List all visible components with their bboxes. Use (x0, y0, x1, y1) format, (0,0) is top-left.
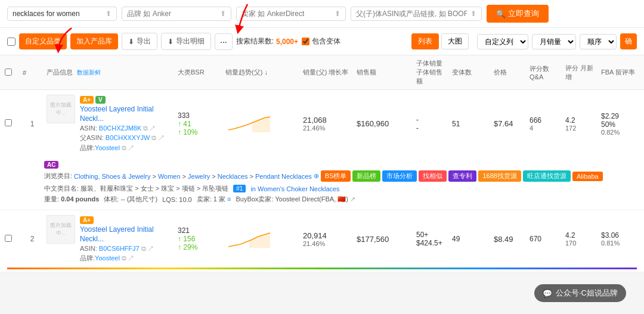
tag-market-button[interactable]: 市场分析 (382, 170, 417, 182)
view-list-button[interactable]: 列表 (411, 33, 439, 49)
th-sales[interactable]: 销量(父) 增长率 (301, 68, 354, 77)
tag-alibaba-button[interactable]: Alibaba (572, 172, 603, 181)
keyword-upload-icon: ⬆ (106, 10, 112, 18)
order-select[interactable]: 顺序 (580, 34, 617, 49)
row1-aplus-badge: A+ (80, 96, 94, 104)
row2-checkbox[interactable] (2, 235, 20, 244)
tag-wangdian-button[interactable]: 旺店通找货源 (523, 170, 571, 182)
row1-trend-chart (223, 112, 301, 135)
row1-parent-open-icon[interactable]: ↗ (159, 134, 164, 141)
th-revenue: 销售额 (354, 68, 414, 77)
breadcrumb-jewelry[interactable]: Jewelry (188, 173, 210, 180)
export-button[interactable]: ⬇ 导出 (122, 33, 157, 50)
row1-checkbox[interactable] (2, 119, 20, 128)
category-rank-link[interactable]: in Women's Choker Necklaces (250, 185, 339, 192)
row2-trend-chart (223, 228, 301, 251)
browse-prefix: 浏览类目: (44, 172, 72, 181)
tag-1688-button[interactable]: 1688找货源 (478, 170, 521, 182)
row1-product-image: 图片加载中... (47, 95, 75, 123)
breadcrumb-women[interactable]: Women (158, 173, 181, 180)
row2-brand-open-icon[interactable]: ↗ (128, 254, 134, 262)
view-list-label: 列表 (418, 37, 432, 45)
custom-col-select[interactable]: 自定义列 (477, 34, 528, 49)
tag-new-button[interactable]: 新品榜 (352, 170, 380, 182)
row2-fba: $3.06 0.81% (599, 231, 644, 247)
row2-product-info: 图片加载中... A+ Yoosteel Layered Initial Nec… (44, 215, 175, 263)
seller-icon[interactable]: ≡ (227, 195, 231, 203)
tag-patent-button[interactable]: 查专利 (448, 170, 476, 182)
search-btn-label: 立即查询 (508, 8, 539, 19)
export-icon: ⬇ (128, 38, 134, 46)
asin-upload-icon: ⬆ (470, 10, 476, 18)
confirm-label: 确 (625, 37, 632, 45)
product-row-2-main: 2 图片加载中... A+ Yoosteel Layered Initial N… (0, 210, 644, 268)
sellers-info: 卖家: 1 家 ≡ (197, 195, 231, 204)
breadcrumb-pendant[interactable]: Pendant Necklaces (255, 173, 312, 180)
row1-parent-copy-icon[interactable]: ⧉ (151, 134, 156, 141)
row1-meta: 中文类目名: 服装、鞋履和珠宝 > 女士 > 珠宝 > 项链 > 吊坠项链 #1… (44, 184, 637, 193)
export-detail-button[interactable]: ⬇ 导出明细 (161, 33, 211, 50)
th-num: # (20, 69, 44, 76)
row1-v-badge: V (95, 96, 106, 104)
th-bsr[interactable]: 大类BSR (175, 68, 223, 77)
row1-title[interactable]: Yoosteel Layered Initial Neckl... (80, 105, 173, 123)
row2-brand-copy-icon[interactable]: ⧉ (122, 254, 126, 262)
row1-asin: ASIN: B0CHXZJM8K ⧉ ↗ (80, 125, 173, 132)
seller-upload-icon: ⬆ (335, 10, 340, 18)
row2-title[interactable]: Yoosteel Layered Initial Neckl... (80, 225, 173, 244)
monthly-sales-select[interactable]: 月销量 (532, 34, 576, 49)
tag-similar-button[interactable]: 找相似 (419, 170, 447, 182)
row1-child-sales: - - (414, 116, 450, 132)
custom-category-label: 自定义品类 (25, 37, 61, 45)
lqs-info: LQS: 10.0 (162, 196, 192, 203)
th-checkbox (2, 69, 20, 77)
th-trend[interactable]: 销量趋势(父) ↓ (223, 68, 301, 77)
seller-input[interactable] (242, 10, 331, 18)
include-variant-toggle[interactable]: 包含变体 (302, 36, 340, 46)
breadcrumb-plus-icon[interactable]: ⊕ (314, 172, 319, 180)
row2-copy-icon[interactable]: ⧉ (141, 245, 146, 252)
row2-product-details: A+ Yoosteel Layered Initial Neckl... ASI… (80, 215, 173, 263)
svg-marker-1 (249, 233, 270, 248)
include-variant-checkbox[interactable] (302, 38, 309, 45)
row1-breadcrumb: 浏览类目: Clothing, Shoes & Jewelry > Women … (44, 170, 637, 182)
row1-brand-open-icon[interactable]: ↗ (128, 144, 134, 151)
row1-parent-asin: 父ASIN: B0CHXXXYJW ⧉ ↗ (80, 133, 173, 142)
cn-category-label: 中文类目名: 服装、鞋履和珠宝 > 女士 > 珠宝 > 项链 > 吊坠项链 (44, 184, 228, 193)
buybox-info: BuyBox卖家: Yoosteel Direct(FBA, 🇨🇳) ↗ (236, 195, 355, 204)
include-variant-label: 包含变体 (312, 36, 340, 46)
brand-input[interactable] (127, 10, 216, 18)
asin-input[interactable] (356, 10, 467, 18)
confirm-button[interactable]: 确 (620, 33, 637, 49)
result-count-value: 5,000+ (276, 38, 298, 46)
result-count-display: 搜索结果数: 5,000+ (236, 36, 298, 46)
row2-child-sales: 50+ $424.5+ (414, 231, 450, 247)
add-library-label: 加入产品库 (76, 37, 112, 45)
breadcrumb-clothing[interactable]: Clothing, Shoes & Jewelry (74, 173, 150, 180)
brand-search-wrap[interactable]: ⬆ (122, 7, 231, 21)
keyword-input[interactable] (13, 10, 102, 18)
buybox-link-icon[interactable]: ↗ (350, 195, 355, 203)
search-button[interactable]: 🔍 立即查询 (487, 5, 549, 23)
row1-bsr: 333 ↑ 41 ↑ 10% (175, 111, 223, 136)
custom-category-button[interactable]: 自定义品类 (19, 33, 67, 49)
tag-bs-button[interactable]: BS榜单 (321, 170, 351, 182)
data-freshness-label: 数据新鲜 (77, 69, 101, 76)
header-checkbox[interactable] (5, 69, 12, 76)
select-all-checkbox[interactable] (7, 38, 16, 46)
row1-copy-icon[interactable]: ⧉ (143, 125, 148, 132)
th-rating-qa: 评分数 Q&A (527, 64, 563, 80)
size-info: 体积: -- (其他尺寸) (104, 195, 157, 204)
row1-brand-copy-icon[interactable]: ⧉ (122, 144, 126, 151)
product-table: # 产品信息 数据新鲜 大类BSR 销量趋势(父) ↓ 销量(父) 增长率 销售… (0, 55, 644, 272)
seller-search-wrap[interactable]: ⬆ (236, 7, 346, 21)
breadcrumb-necklaces[interactable]: Necklaces (218, 173, 248, 180)
add-to-library-button[interactable]: 加入产品库 (70, 33, 118, 49)
row2-badges: A+ (80, 216, 173, 224)
asin-search-wrap[interactable]: ⬆ (351, 7, 482, 21)
view-grid-button[interactable]: 大图 (441, 33, 469, 49)
row1-open-icon[interactable]: ↗ (150, 125, 155, 132)
keyword-search-wrap[interactable]: ⬆ (7, 7, 117, 21)
more-button[interactable]: ··· (215, 33, 233, 50)
row2-open-icon[interactable]: ↗ (148, 245, 153, 252)
